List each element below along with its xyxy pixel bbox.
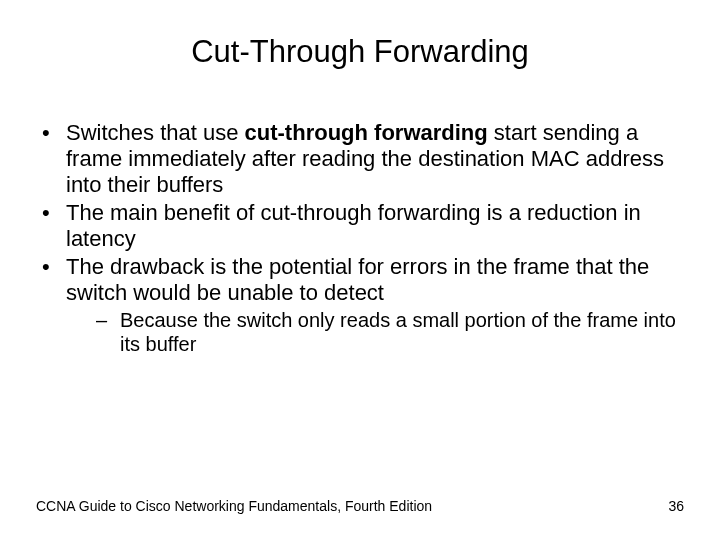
- bullet-text-pre: The drawback is the potential for errors…: [66, 254, 649, 305]
- bullet-text-pre: Switches that use: [66, 120, 245, 145]
- list-item: Switches that use cut-through forwarding…: [36, 120, 684, 198]
- list-item: The main benefit of cut-through forwardi…: [36, 200, 684, 252]
- bullet-list: Switches that use cut-through forwarding…: [36, 120, 684, 356]
- footer: CCNA Guide to Cisco Networking Fundament…: [36, 498, 684, 514]
- sub-bullet-list: Because the switch only reads a small po…: [66, 308, 684, 356]
- bullet-text-bold: cut-through forwarding: [245, 120, 488, 145]
- sub-list-item: Because the switch only reads a small po…: [66, 308, 684, 356]
- page-number: 36: [668, 498, 684, 514]
- slide-title: Cut-Through Forwarding: [36, 34, 684, 70]
- footer-source: CCNA Guide to Cisco Networking Fundament…: [36, 498, 432, 514]
- list-item: The drawback is the potential for errors…: [36, 254, 684, 356]
- bullet-text-pre: The main benefit of cut-through forwardi…: [66, 200, 641, 251]
- slide-container: Cut-Through Forwarding Switches that use…: [0, 0, 720, 540]
- sub-bullet-text: Because the switch only reads a small po…: [120, 309, 676, 355]
